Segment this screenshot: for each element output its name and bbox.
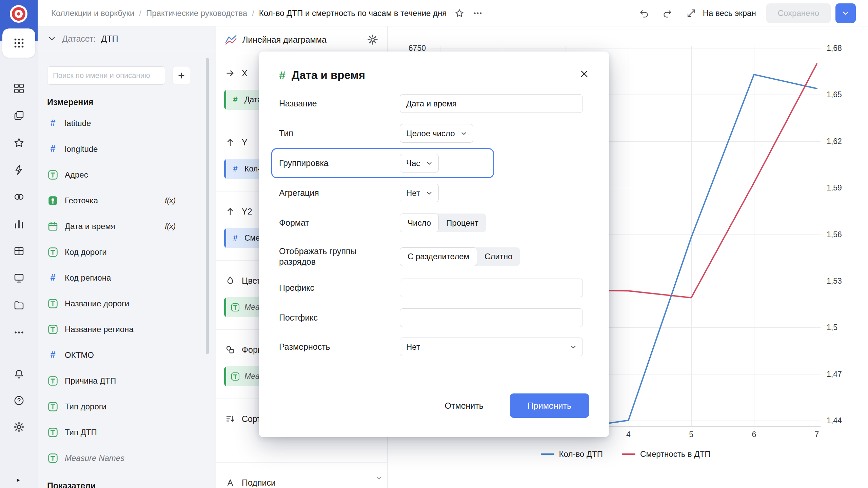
chip-accent-bar (224, 90, 226, 110)
dataset-field-row[interactable]: #latitude (38, 110, 216, 136)
more-actions-icon[interactable] (470, 6, 485, 21)
gear-icon[interactable] (367, 34, 378, 45)
double-circle-icon[interactable] (13, 190, 25, 203)
aggregation-select-value: Нет (406, 188, 420, 198)
prefix-input[interactable] (400, 279, 583, 297)
aggregation-select[interactable]: Нет (400, 184, 439, 202)
string-type-icon (47, 246, 59, 258)
favorite-star-icon[interactable] (452, 6, 467, 21)
question-icon[interactable] (13, 394, 25, 407)
dataset-field-row[interactable]: #ОКТМО (38, 342, 216, 368)
grouping-select-value: Час (406, 159, 420, 168)
dataset-field-row[interactable]: Причина ДТП (38, 368, 216, 394)
four-squares-icon[interactable] (13, 82, 25, 95)
dimension-select[interactable]: Нет (400, 338, 583, 356)
line-chart-icon[interactable] (225, 34, 237, 46)
apply-button[interactable]: Применить (510, 393, 589, 418)
fullscreen-label: На весь экран (703, 8, 756, 18)
legend-item[interactable]: Смертность в ДТП (622, 449, 710, 459)
x-axis-tick-label: 7 (815, 430, 819, 439)
search-input[interactable] (47, 66, 165, 85)
expand-icon (684, 6, 699, 21)
string-type-icon (47, 452, 59, 464)
fullscreen-control[interactable]: На весь экран (684, 6, 756, 21)
format-option[interactable]: Процент (439, 214, 486, 232)
bell-icon[interactable] (13, 368, 25, 381)
dataset-field-row[interactable]: Код дороги (38, 239, 216, 265)
dataset-field-row[interactable]: Адрес (38, 162, 216, 188)
gear-icon[interactable] (13, 421, 25, 433)
dataset-field-row[interactable]: Название региона (38, 317, 216, 342)
field-label: Причина ДТП (65, 376, 116, 386)
breadcrumb-workbook[interactable]: Практические руководства (146, 8, 247, 18)
postfix-input[interactable] (400, 308, 583, 327)
redo-icon[interactable] (660, 6, 675, 21)
label-a-icon (224, 476, 236, 488)
type-select-value: Целое число (406, 129, 455, 138)
formula-badge: f(x) (165, 196, 176, 205)
name-input[interactable] (400, 94, 583, 113)
ellipsis-icon[interactable] (13, 326, 25, 339)
svg-text:#: # (51, 118, 56, 128)
digit-groups-field-label: Отображать группы разрядов (279, 246, 400, 267)
grouping-select[interactable]: Час (400, 154, 439, 172)
name-field-label: Название (279, 98, 400, 109)
chevron-down-icon[interactable] (47, 34, 57, 43)
close-icon[interactable] (577, 66, 592, 81)
digit-groups-option[interactable]: Слитно (477, 247, 520, 266)
type-select[interactable]: Целое число (400, 124, 473, 143)
undo-icon[interactable] (636, 6, 651, 21)
chart-type-label[interactable]: Линейная диаграмма (242, 35, 327, 45)
folder-icon[interactable] (13, 299, 25, 312)
breadcrumb-separator: / (139, 8, 141, 18)
dataset-field-row[interactable]: Measure Names (38, 445, 216, 471)
add-field-button[interactable] (173, 67, 190, 84)
dataset-field-row[interactable]: #Код региона (38, 265, 216, 291)
bar-chart-icon[interactable] (13, 218, 25, 230)
datalens-logo[interactable] (10, 5, 27, 23)
breadcrumb-collections[interactable]: Коллекции и воркбуки (51, 8, 134, 18)
series-line (600, 75, 817, 425)
format-option[interactable]: Число (400, 214, 439, 232)
sort-icon (224, 413, 236, 425)
section-labels: Подписи (216, 463, 387, 488)
breadcrumb-current-chart: Кол-во ДТП и смертность по часам в течен… (259, 8, 447, 18)
dataset-field-row[interactable]: Тип ДТП (38, 420, 216, 445)
cancel-button[interactable]: Отменить (435, 393, 493, 418)
dataset-field-row[interactable]: #longitude (38, 136, 216, 162)
grouping-field-label: Группировка (279, 158, 400, 168)
digit-groups-option[interactable]: С разделителем (400, 247, 477, 266)
dataset-field-row[interactable]: Название дороги (38, 291, 216, 317)
field-label: ОКТМО (65, 350, 94, 360)
monitor-icon[interactable] (13, 272, 25, 285)
field-label: Measure Names (65, 453, 124, 463)
svg-text:#: # (233, 164, 237, 173)
dataset-panel: Датасет: ДТП Измерения #latitude#longitu… (38, 26, 216, 488)
string-type-icon (47, 324, 59, 335)
play-collapse-icon[interactable] (14, 476, 22, 486)
left-sidebar (0, 0, 38, 488)
star-icon[interactable] (13, 136, 25, 149)
dataset-field-row[interactable]: Дата и времяf(x) (38, 214, 216, 239)
scrollbar-thumb[interactable] (206, 58, 209, 354)
dataset-field-row[interactable]: Тип дороги (38, 394, 216, 420)
scroll-down-indicator[interactable] (375, 474, 383, 483)
arrow-up-icon (224, 136, 236, 148)
chip-accent-bar (224, 228, 226, 248)
apps-grid-icon[interactable] (2, 28, 35, 58)
table-icon[interactable] (13, 245, 25, 258)
chip-accent-bar (224, 366, 226, 386)
lightning-icon[interactable] (13, 163, 25, 176)
string-type-icon (47, 427, 59, 438)
legend-item[interactable]: Кол-во ДТП (541, 449, 603, 459)
dataset-name[interactable]: ДТП (101, 34, 118, 44)
save-dropdown-button[interactable] (835, 3, 856, 23)
layers-icon[interactable] (13, 109, 25, 122)
legend-label: Кол-во ДТП (559, 449, 603, 459)
app-root: Коллекции и воркбуки / Практические руко… (0, 0, 868, 488)
section-label: Y (242, 138, 248, 147)
dataset-header[interactable]: Датасет: ДТП (38, 26, 216, 51)
arrow-right-icon (224, 67, 236, 79)
saved-button: Сохранено (766, 3, 831, 23)
dataset-field-row[interactable]: Геоточкаf(x) (38, 188, 216, 214)
